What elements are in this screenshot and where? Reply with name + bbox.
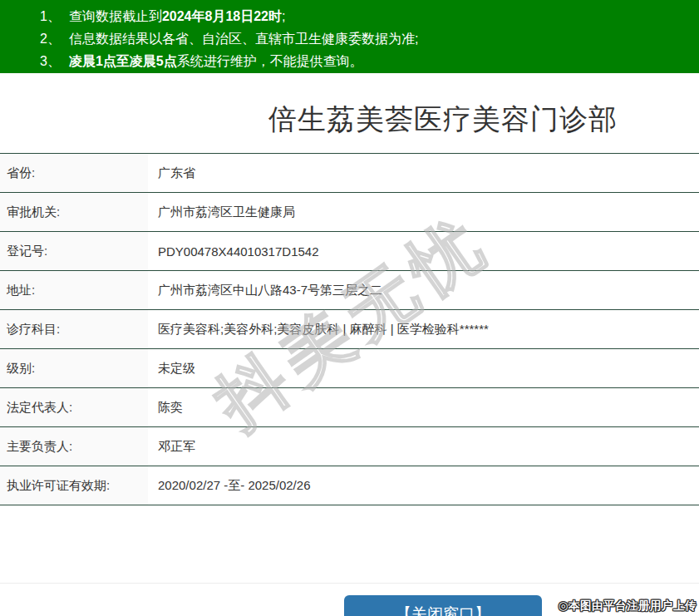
row-label: 法定代表人: (0, 388, 148, 426)
table-row: 审批机关: 广州市荔湾区卫生健康局 (0, 193, 699, 232)
row-value: 医疗美容科;美容外科;美容皮肤科 | 麻醉科 | 医学检验科****** (148, 310, 699, 348)
table-row: 登记号: PDY00478X44010317D1542 (0, 232, 699, 271)
row-value: 2020/02/27 -至- 2025/02/26 (148, 466, 699, 505)
row-value: 未定级 (148, 349, 699, 387)
row-value: 广东省 (148, 154, 699, 192)
notice-number: 2、 (40, 32, 61, 46)
notice-banner: 1、查询数据截止到2024年8月18日22时; 2、信息数据结果以各省、自治区、… (0, 0, 699, 73)
row-label: 主要负责人: (0, 427, 148, 466)
notice-number: 1、 (40, 9, 61, 23)
notice-text-bold: 凌晨1点至凌晨5点 (69, 54, 177, 68)
table-row: 级别: 未定级 (0, 349, 699, 388)
table-row: 执业许可证有效期: 2020/02/27 -至- 2025/02/26 (0, 466, 699, 505)
notice-line-1: 1、查询数据截止到2024年8月18日22时; (40, 5, 699, 27)
notice-text: 信息数据结果以各省、自治区、直辖市卫生健康委数据为准; (69, 32, 418, 46)
close-window-button[interactable]: 【关闭窗口】 (344, 595, 542, 616)
notice-line-2: 2、信息数据结果以各省、自治区、直辖市卫生健康委数据为准; (40, 27, 699, 50)
notice-text: 系统进行维护，不能提供查询。 (177, 54, 363, 68)
row-label: 诊疗科目: (0, 310, 148, 348)
page-title: 倍生荔美荟医疗美容门诊部 (0, 73, 699, 139)
page-content: 1、查询数据截止到2024年8月18日22时; 2、信息数据结果以各省、自治区、… (0, 0, 699, 616)
row-value: 广州市荔湾区卫生健康局 (148, 193, 699, 231)
row-label: 审批机关: (0, 193, 148, 231)
row-value: PDY00478X44010317D1542 (148, 232, 699, 270)
notice-line-3: 3、凌晨1点至凌晨5点系统进行维护，不能提供查询。 (40, 50, 699, 72)
table-row: 法定代表人: 陈奕 (0, 388, 699, 427)
row-label: 级别: (0, 349, 148, 387)
row-value: 广州市荔湾区中山八路43-7号第三层之二 (148, 271, 699, 309)
notice-text-bold: 2024年8月18日22时 (162, 9, 282, 23)
footer-divider (0, 583, 699, 584)
notice-number: 3、 (40, 54, 61, 68)
row-label: 省份: (0, 154, 148, 192)
upload-attribution-text: ◎本图由平台注册用户上传 (559, 599, 697, 614)
table-row: 诊疗科目: 医疗美容科;美容外科;美容皮肤科 | 麻醉科 | 医学检验科****… (0, 310, 699, 349)
table-row: 地址: 广州市荔湾区中山八路43-7号第三层之二 (0, 271, 699, 310)
notice-text: 查询数据截止到 (69, 9, 162, 23)
table-row: 省份: 广东省 (0, 154, 699, 193)
row-label: 登记号: (0, 232, 148, 270)
institution-info-table: 省份: 广东省 审批机关: 广州市荔湾区卫生健康局 登记号: PDY00478X… (0, 153, 699, 505)
row-label: 地址: (0, 271, 148, 309)
row-label: 执业许可证有效期: (0, 466, 148, 505)
row-value: 陈奕 (148, 388, 699, 426)
notice-text: ; (282, 9, 285, 23)
table-row: 主要负责人: 邓正军 (0, 427, 699, 466)
row-value: 邓正军 (148, 427, 699, 466)
